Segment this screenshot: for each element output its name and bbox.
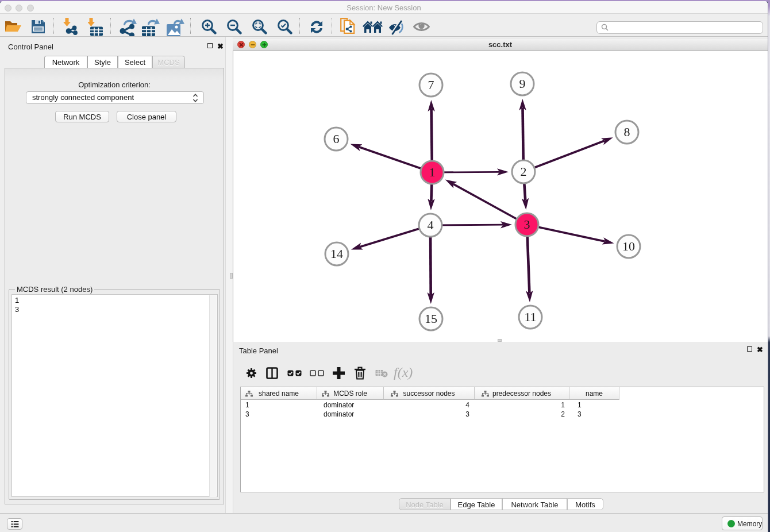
svg-text:4: 4 [428, 218, 434, 232]
svg-text:3: 3 [524, 217, 530, 232]
svg-text:7: 7 [428, 78, 434, 92]
svg-text:2: 2 [521, 164, 527, 179]
svg-text:8: 8 [624, 125, 630, 139]
svg-text:1: 1 [429, 165, 436, 179]
svg-text:10: 10 [622, 239, 635, 253]
svg-text:9: 9 [519, 76, 526, 91]
svg-text:11: 11 [524, 310, 536, 324]
svg-text:14: 14 [330, 246, 343, 261]
svg-text:15: 15 [425, 311, 437, 326]
svg-text:6: 6 [333, 132, 340, 146]
